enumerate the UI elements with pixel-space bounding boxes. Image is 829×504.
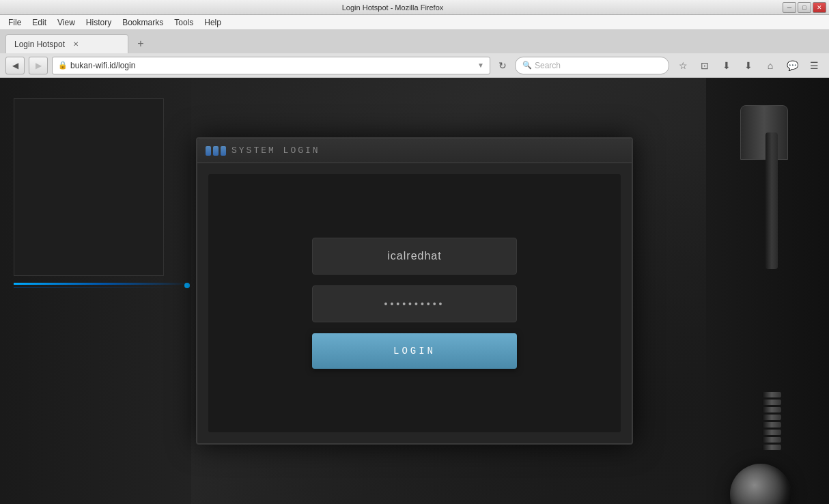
window-title: Login Hotspot - Mozilla Firefox [3,3,783,12]
search-icon: 🔍 [522,61,532,70]
pocket-icon[interactable]: ⬇ [717,57,736,74]
menu-bookmarks[interactable]: Bookmarks [117,16,169,29]
lock-icon: 🔒 [58,61,68,70]
close-button[interactable]: ✕ [813,2,826,13]
lamp-rings [762,392,781,460]
nav-bar: ◀ ▶ 🔒 bukan-wifi.id/login ▼ ↻ 🔍 Search ☆… [0,53,829,78]
login-panel-header: SYSTEM LOGIN [197,139,632,163]
right-decor [706,78,829,504]
home-icon[interactable]: ⌂ [761,57,780,74]
address-bar[interactable]: 🔒 bukan-wifi.id/login ▼ [52,57,490,74]
lamp-ring-3 [762,407,781,412]
chat-icon[interactable]: 💬 [783,57,802,74]
lamp-ring-1 [762,392,781,397]
password-dots: •••••••••• [384,298,445,309]
panel-indicator [206,146,226,156]
menu-bar: File Edit View History Bookmarks Tools H… [0,15,829,30]
url-text: bukan-wifi.id/login [70,61,475,70]
panel-dot-1 [206,146,211,156]
lamp-ring-6 [762,430,781,435]
panel-dot-3 [221,146,226,156]
menu-history[interactable]: History [81,16,117,29]
search-bar[interactable]: 🔍 Search [515,57,669,74]
login-panel: SYSTEM LOGIN icalredhat •••••••••• LOGIN [196,137,633,445]
maximize-button[interactable]: □ [798,2,811,13]
address-dropdown-icon[interactable]: ▼ [477,61,484,69]
lamp-top [740,105,788,160]
lamp-ring-4 [762,415,781,420]
lamp-ring-2 [762,400,781,405]
lamp-ring-8 [762,445,781,450]
menu-view[interactable]: View [52,16,81,29]
left-panel-line [14,283,191,285]
password-field[interactable]: •••••••••• [312,285,517,322]
title-bar: Login Hotspot - Mozilla Firefox ─ □ ✕ [0,0,829,15]
reload-button[interactable]: ↻ [494,57,511,74]
forward-button[interactable]: ▶ [29,57,48,74]
page-content: SYSTEM LOGIN icalredhat •••••••••• LOGIN [0,78,829,504]
nav-icons: ☆ ⊡ ⬇ ⬇ ⌂ 💬 ☰ [673,57,824,74]
download-icon[interactable]: ⬇ [739,57,758,74]
lamp-ring-5 [762,422,781,428]
login-button[interactable]: LOGIN [312,333,517,369]
tab-title: Login Hotspot [14,40,65,49]
back-button[interactable]: ◀ [5,57,25,74]
menu-edit[interactable]: Edit [27,16,52,29]
active-tab[interactable]: Login Hotspot ✕ [5,34,128,53]
search-input[interactable]: Search [535,61,662,70]
window-controls: ─ □ ✕ [783,2,826,13]
left-panel-line2 [14,287,178,288]
lamp-sphere [730,464,791,504]
username-value: icalredhat [387,250,441,262]
menu-tools[interactable]: Tools [169,16,199,29]
login-panel-title: SYSTEM LOGIN [231,145,320,156]
left-dot [184,283,190,288]
panel-dot-2 [213,146,219,156]
tab-bar: Login Hotspot ✕ + [0,30,829,53]
login-panel-body: icalredhat •••••••••• LOGIN [208,174,621,432]
browser-chrome: Login Hotspot ✕ + ◀ ▶ 🔒 bukan-wifi.id/lo… [0,30,829,78]
bookmark-star-icon[interactable]: ☆ [673,57,692,74]
menu-file[interactable]: File [3,16,27,29]
tab-close-button[interactable]: ✕ [70,39,81,50]
new-tab-button[interactable]: + [131,34,150,53]
menu-help[interactable]: Help [199,16,227,29]
reader-view-icon[interactable]: ⊡ [695,57,714,74]
lamp-ring-7 [762,437,781,443]
left-panel-inner [14,98,164,276]
left-panel [0,78,191,504]
menu-icon[interactable]: ☰ [804,57,824,74]
minimize-button[interactable]: ─ [783,2,796,13]
lamp-pipe [765,132,778,269]
username-field[interactable]: icalredhat [312,238,517,275]
